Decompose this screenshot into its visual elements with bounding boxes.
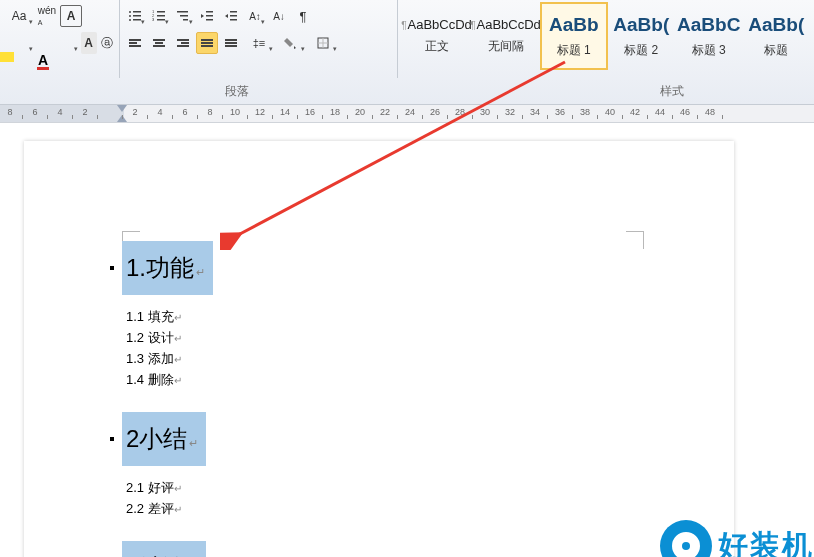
enclosed-char-btn[interactable]: ⓐ — [99, 32, 115, 54]
ruler-number: 8 — [207, 107, 212, 117]
style-preview: ¶AaBbCcDd — [470, 17, 541, 32]
style-name: 标题 2 — [624, 42, 658, 59]
increase-indent-btn[interactable] — [220, 5, 242, 27]
style-name: 标题 — [764, 42, 788, 59]
style-preview: ¶AaBbCcDd — [401, 17, 472, 32]
ruler-number: 16 — [305, 107, 315, 117]
watermark-logo: 好装机 — [660, 520, 814, 557]
ruler-number: 22 — [380, 107, 390, 117]
ribbon-toolbar: Aa▾ wénA A ▾ A ▾ A ⓐ ▾ 123▾ ▾ A↕▾ A↓ — [0, 0, 814, 105]
align-justify-btn[interactable] — [196, 32, 218, 54]
page[interactable]: 1.功能↵1.1 填充↵1.2 设计↵1.3 添加↵1.4 删除↵2小结↵2.1… — [24, 141, 734, 557]
document-content[interactable]: 1.功能↵1.1 填充↵1.2 设计↵1.3 添加↵1.4 删除↵2小结↵2.1… — [126, 241, 213, 557]
decrease-indent-btn[interactable] — [196, 5, 218, 27]
horizontal-ruler[interactable]: 8642246810121416182022242628303234363840… — [0, 105, 814, 123]
ruler-number: 4 — [57, 107, 62, 117]
margin-corner-tr — [626, 231, 644, 249]
svg-rect-15 — [206, 11, 213, 13]
ruler-number: 36 — [555, 107, 565, 117]
sub-1-3[interactable]: 1.3 添加↵ — [126, 350, 213, 368]
font-color-btn[interactable]: ▾ — [62, 32, 78, 54]
ruler-number: 46 — [680, 107, 690, 117]
styles-gallery[interactable]: ¶AaBbCcDd正文¶AaBbCcDd无间隔AaBb标题 1AaBb(标题 2… — [398, 0, 814, 78]
svg-rect-12 — [177, 11, 188, 13]
ruler-number: 18 — [330, 107, 340, 117]
shading-btn[interactable]: ▾ — [276, 32, 306, 54]
ruler-number: 28 — [455, 107, 465, 117]
font-color-icon: A — [38, 52, 48, 68]
ruler-number: 40 — [605, 107, 615, 117]
line-spacing-btn[interactable]: ‡≡▾ — [244, 32, 274, 54]
ruler-number: 32 — [505, 107, 515, 117]
ruler-number: 44 — [655, 107, 665, 117]
style-name: 标题 1 — [557, 42, 591, 59]
ruler-number: 48 — [705, 107, 715, 117]
svg-rect-20 — [230, 19, 237, 21]
style-item-5[interactable]: AaBb(标题 — [743, 2, 810, 70]
svg-rect-16 — [206, 15, 213, 17]
style-preview: AaBb( — [613, 14, 669, 36]
ruler-number: 14 — [280, 107, 290, 117]
sub-1-1[interactable]: 1.1 填充↵ — [126, 308, 213, 326]
ruler-number: 20 — [355, 107, 365, 117]
ruler-number: 12 — [255, 107, 265, 117]
font-name-btn[interactable]: Aa▾ — [4, 5, 34, 27]
ruler-number: 8 — [7, 107, 12, 117]
ruler-number: 2 — [132, 107, 137, 117]
char-shading-btn[interactable]: A — [81, 32, 97, 54]
svg-point-2 — [129, 15, 131, 17]
text-direction-btn[interactable]: A↕▾ — [244, 5, 266, 27]
watermark-text: 好装机 — [718, 526, 814, 558]
sub-2-2[interactable]: 2.2 差评↵ — [126, 500, 213, 518]
ruler-number: 30 — [480, 107, 490, 117]
numbering-btn[interactable]: 123▾ — [148, 5, 170, 27]
ruler-number: 6 — [32, 107, 37, 117]
bullets-btn[interactable]: ▾ — [124, 5, 146, 27]
style-item-0[interactable]: ¶AaBbCcDd正文 — [402, 2, 471, 70]
align-right-btn[interactable] — [172, 32, 194, 54]
svg-rect-1 — [133, 11, 141, 13]
style-preview: AaBbC — [677, 14, 740, 36]
style-item-4[interactable]: AaBbC标题 3 — [675, 2, 742, 70]
highlight-icon — [0, 52, 14, 62]
svg-rect-7 — [157, 11, 165, 13]
style-item-1[interactable]: ¶AaBbCcDd无间隔 — [471, 2, 540, 70]
sub-1-2[interactable]: 1.2 设计↵ — [126, 329, 213, 347]
char-border-btn[interactable]: A — [60, 5, 82, 27]
svg-point-4 — [129, 19, 131, 21]
ruler-number: 2 — [82, 107, 87, 117]
ruler-number: 42 — [630, 107, 640, 117]
style-item-3[interactable]: AaBb(标题 2 — [608, 2, 675, 70]
sub-2-1[interactable]: 2.1 好评↵ — [126, 479, 213, 497]
sort-btn[interactable]: A↓ — [268, 5, 290, 27]
align-left-btn[interactable] — [124, 32, 146, 54]
style-item-2[interactable]: AaBb标题 1 — [540, 2, 608, 70]
watermark-icon — [660, 520, 712, 557]
align-distribute-btn[interactable] — [220, 32, 242, 54]
svg-rect-13 — [180, 15, 188, 17]
ruler-number: 26 — [430, 107, 440, 117]
ruler-number: 6 — [182, 107, 187, 117]
heading-3[interactable]: 3结论↵ — [122, 541, 206, 557]
svg-rect-5 — [133, 19, 141, 21]
style-name: 标题 3 — [692, 42, 726, 59]
svg-rect-9 — [157, 15, 165, 17]
phonetic-btn[interactable]: wénA — [36, 5, 58, 27]
align-center-btn[interactable] — [148, 32, 170, 54]
sub-1-4[interactable]: 1.4 删除↵ — [126, 371, 213, 389]
styles-section-label: 样式 — [660, 83, 684, 100]
svg-rect-17 — [206, 19, 213, 21]
borders-btn[interactable]: ▾ — [308, 32, 338, 54]
style-preview: AaBb( — [748, 14, 804, 36]
document-workspace: 1.功能↵1.1 填充↵1.2 设计↵1.3 添加↵1.4 删除↵2小结↵2.1… — [0, 123, 814, 557]
heading-1[interactable]: 1.功能↵ — [122, 241, 213, 295]
svg-rect-3 — [133, 15, 141, 17]
show-marks-btn[interactable]: ¶ — [292, 5, 314, 27]
highlight-btn[interactable]: ▾ — [18, 32, 34, 54]
multilevel-btn[interactable]: ▾ — [172, 5, 194, 27]
heading-2[interactable]: 2小结↵ — [122, 412, 206, 466]
svg-rect-19 — [230, 15, 237, 17]
svg-rect-14 — [183, 19, 188, 21]
ruler-number: 38 — [580, 107, 590, 117]
style-name: 无间隔 — [488, 38, 524, 55]
